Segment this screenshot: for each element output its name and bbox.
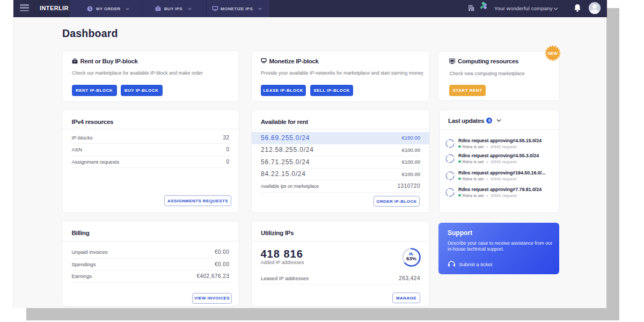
svg-text:NEW: NEW xyxy=(547,50,558,55)
svg-text:63%: 63% xyxy=(406,255,416,261)
